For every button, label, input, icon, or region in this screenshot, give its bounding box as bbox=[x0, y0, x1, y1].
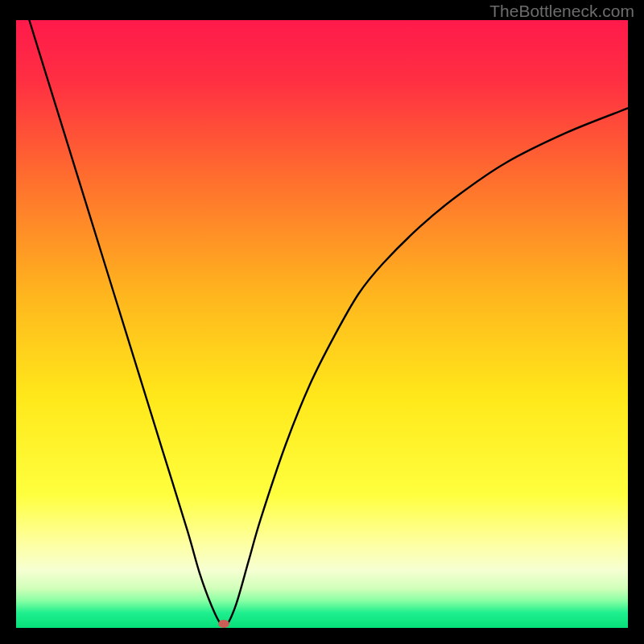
bottleneck-curve bbox=[16, 20, 628, 628]
watermark-label: TheBottleneck.com bbox=[489, 2, 634, 21]
chart-frame: TheBottleneck.com bbox=[0, 0, 644, 644]
plot-area bbox=[16, 20, 628, 628]
